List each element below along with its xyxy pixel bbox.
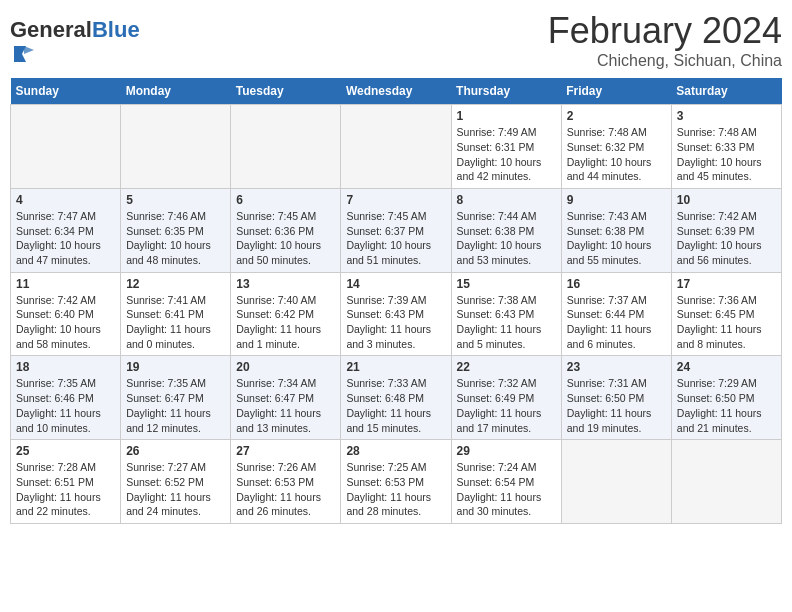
day-number: 10 — [677, 193, 776, 207]
day-info: Sunrise: 7:40 AM Sunset: 6:42 PM Dayligh… — [236, 293, 335, 352]
weekday-header-tuesday: Tuesday — [231, 78, 341, 105]
subtitle: Chicheng, Sichuan, China — [548, 52, 782, 70]
day-number: 3 — [677, 109, 776, 123]
calendar-week-3: 11Sunrise: 7:42 AM Sunset: 6:40 PM Dayli… — [11, 272, 782, 356]
calendar-cell: 3Sunrise: 7:48 AM Sunset: 6:33 PM Daylig… — [671, 105, 781, 189]
calendar-week-2: 4Sunrise: 7:47 AM Sunset: 6:34 PM Daylig… — [11, 188, 782, 272]
day-info: Sunrise: 7:33 AM Sunset: 6:48 PM Dayligh… — [346, 376, 445, 435]
calendar-cell: 15Sunrise: 7:38 AM Sunset: 6:43 PM Dayli… — [451, 272, 561, 356]
calendar-cell: 17Sunrise: 7:36 AM Sunset: 6:45 PM Dayli… — [671, 272, 781, 356]
day-number: 29 — [457, 444, 556, 458]
day-number: 6 — [236, 193, 335, 207]
day-number: 24 — [677, 360, 776, 374]
weekday-header-sunday: Sunday — [11, 78, 121, 105]
title-block: February 2024 Chicheng, Sichuan, China — [548, 10, 782, 70]
day-number: 17 — [677, 277, 776, 291]
day-info: Sunrise: 7:49 AM Sunset: 6:31 PM Dayligh… — [457, 125, 556, 184]
calendar-cell: 9Sunrise: 7:43 AM Sunset: 6:38 PM Daylig… — [561, 188, 671, 272]
day-number: 5 — [126, 193, 225, 207]
day-number: 22 — [457, 360, 556, 374]
calendar-cell: 16Sunrise: 7:37 AM Sunset: 6:44 PM Dayli… — [561, 272, 671, 356]
calendar-week-1: 1Sunrise: 7:49 AM Sunset: 6:31 PM Daylig… — [11, 105, 782, 189]
day-number: 12 — [126, 277, 225, 291]
day-info: Sunrise: 7:32 AM Sunset: 6:49 PM Dayligh… — [457, 376, 556, 435]
day-number: 20 — [236, 360, 335, 374]
calendar-cell: 10Sunrise: 7:42 AM Sunset: 6:39 PM Dayli… — [671, 188, 781, 272]
weekday-header-wednesday: Wednesday — [341, 78, 451, 105]
day-number: 14 — [346, 277, 445, 291]
calendar-cell: 19Sunrise: 7:35 AM Sunset: 6:47 PM Dayli… — [121, 356, 231, 440]
day-info: Sunrise: 7:37 AM Sunset: 6:44 PM Dayligh… — [567, 293, 666, 352]
day-number: 9 — [567, 193, 666, 207]
day-number: 23 — [567, 360, 666, 374]
day-info: Sunrise: 7:46 AM Sunset: 6:35 PM Dayligh… — [126, 209, 225, 268]
logo-blue: Blue — [92, 17, 140, 42]
calendar-cell — [341, 105, 451, 189]
calendar-cell — [561, 440, 671, 524]
day-info: Sunrise: 7:25 AM Sunset: 6:53 PM Dayligh… — [346, 460, 445, 519]
day-info: Sunrise: 7:47 AM Sunset: 6:34 PM Dayligh… — [16, 209, 115, 268]
day-info: Sunrise: 7:43 AM Sunset: 6:38 PM Dayligh… — [567, 209, 666, 268]
svg-marker-1 — [24, 46, 34, 54]
calendar-cell: 29Sunrise: 7:24 AM Sunset: 6:54 PM Dayli… — [451, 440, 561, 524]
logo: GeneralBlue — [10, 18, 140, 70]
logo-general: General — [10, 17, 92, 42]
day-info: Sunrise: 7:35 AM Sunset: 6:47 PM Dayligh… — [126, 376, 225, 435]
calendar-week-4: 18Sunrise: 7:35 AM Sunset: 6:46 PM Dayli… — [11, 356, 782, 440]
weekday-header-thursday: Thursday — [451, 78, 561, 105]
calendar-cell: 14Sunrise: 7:39 AM Sunset: 6:43 PM Dayli… — [341, 272, 451, 356]
day-number: 28 — [346, 444, 445, 458]
calendar-cell: 8Sunrise: 7:44 AM Sunset: 6:38 PM Daylig… — [451, 188, 561, 272]
day-info: Sunrise: 7:28 AM Sunset: 6:51 PM Dayligh… — [16, 460, 115, 519]
calendar-cell: 2Sunrise: 7:48 AM Sunset: 6:32 PM Daylig… — [561, 105, 671, 189]
day-info: Sunrise: 7:48 AM Sunset: 6:32 PM Dayligh… — [567, 125, 666, 184]
calendar-cell: 25Sunrise: 7:28 AM Sunset: 6:51 PM Dayli… — [11, 440, 121, 524]
calendar-cell — [671, 440, 781, 524]
calendar-cell: 5Sunrise: 7:46 AM Sunset: 6:35 PM Daylig… — [121, 188, 231, 272]
day-info: Sunrise: 7:42 AM Sunset: 6:39 PM Dayligh… — [677, 209, 776, 268]
calendar-cell: 20Sunrise: 7:34 AM Sunset: 6:47 PM Dayli… — [231, 356, 341, 440]
calendar-cell: 23Sunrise: 7:31 AM Sunset: 6:50 PM Dayli… — [561, 356, 671, 440]
day-number: 25 — [16, 444, 115, 458]
day-number: 19 — [126, 360, 225, 374]
day-number: 15 — [457, 277, 556, 291]
calendar-cell: 28Sunrise: 7:25 AM Sunset: 6:53 PM Dayli… — [341, 440, 451, 524]
day-info: Sunrise: 7:36 AM Sunset: 6:45 PM Dayligh… — [677, 293, 776, 352]
day-number: 27 — [236, 444, 335, 458]
day-info: Sunrise: 7:45 AM Sunset: 6:37 PM Dayligh… — [346, 209, 445, 268]
day-number: 21 — [346, 360, 445, 374]
day-info: Sunrise: 7:26 AM Sunset: 6:53 PM Dayligh… — [236, 460, 335, 519]
weekday-header-saturday: Saturday — [671, 78, 781, 105]
calendar-cell: 18Sunrise: 7:35 AM Sunset: 6:46 PM Dayli… — [11, 356, 121, 440]
day-number: 1 — [457, 109, 556, 123]
day-number: 7 — [346, 193, 445, 207]
weekday-header-monday: Monday — [121, 78, 231, 105]
day-number: 18 — [16, 360, 115, 374]
calendar-cell: 24Sunrise: 7:29 AM Sunset: 6:50 PM Dayli… — [671, 356, 781, 440]
weekday-header-friday: Friday — [561, 78, 671, 105]
day-number: 13 — [236, 277, 335, 291]
day-number: 26 — [126, 444, 225, 458]
day-info: Sunrise: 7:34 AM Sunset: 6:47 PM Dayligh… — [236, 376, 335, 435]
day-number: 16 — [567, 277, 666, 291]
calendar-cell: 27Sunrise: 7:26 AM Sunset: 6:53 PM Dayli… — [231, 440, 341, 524]
day-number: 4 — [16, 193, 115, 207]
day-info: Sunrise: 7:27 AM Sunset: 6:52 PM Dayligh… — [126, 460, 225, 519]
calendar-week-5: 25Sunrise: 7:28 AM Sunset: 6:51 PM Dayli… — [11, 440, 782, 524]
day-number: 2 — [567, 109, 666, 123]
calendar-cell: 11Sunrise: 7:42 AM Sunset: 6:40 PM Dayli… — [11, 272, 121, 356]
day-info: Sunrise: 7:48 AM Sunset: 6:33 PM Dayligh… — [677, 125, 776, 184]
day-info: Sunrise: 7:42 AM Sunset: 6:40 PM Dayligh… — [16, 293, 115, 352]
calendar-cell — [121, 105, 231, 189]
day-info: Sunrise: 7:24 AM Sunset: 6:54 PM Dayligh… — [457, 460, 556, 519]
calendar-cell: 1Sunrise: 7:49 AM Sunset: 6:31 PM Daylig… — [451, 105, 561, 189]
calendar-cell: 6Sunrise: 7:45 AM Sunset: 6:36 PM Daylig… — [231, 188, 341, 272]
day-info: Sunrise: 7:39 AM Sunset: 6:43 PM Dayligh… — [346, 293, 445, 352]
calendar-cell — [11, 105, 121, 189]
calendar-cell: 13Sunrise: 7:40 AM Sunset: 6:42 PM Dayli… — [231, 272, 341, 356]
calendar-cell: 12Sunrise: 7:41 AM Sunset: 6:41 PM Dayli… — [121, 272, 231, 356]
calendar-header: SundayMondayTuesdayWednesdayThursdayFrid… — [11, 78, 782, 105]
calendar-cell: 26Sunrise: 7:27 AM Sunset: 6:52 PM Dayli… — [121, 440, 231, 524]
day-info: Sunrise: 7:45 AM Sunset: 6:36 PM Dayligh… — [236, 209, 335, 268]
day-info: Sunrise: 7:41 AM Sunset: 6:41 PM Dayligh… — [126, 293, 225, 352]
